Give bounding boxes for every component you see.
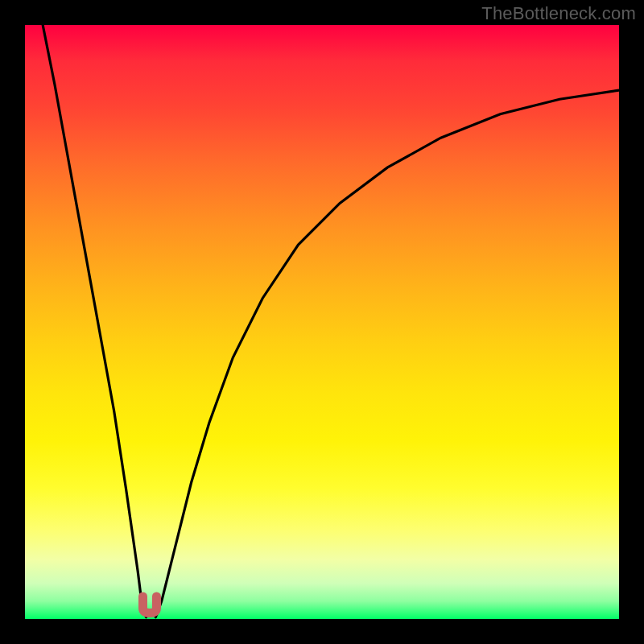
watermark-text: TheBottleneck.com	[481, 3, 636, 24]
curve-left-branch	[43, 25, 146, 617]
plot-area	[25, 25, 619, 619]
bottleneck-marker	[142, 597, 156, 613]
curves-layer	[25, 25, 619, 619]
bottleneck-curve	[43, 25, 619, 617]
chart-canvas: TheBottleneck.com	[0, 0, 644, 644]
curve-right-branch	[155, 90, 619, 617]
